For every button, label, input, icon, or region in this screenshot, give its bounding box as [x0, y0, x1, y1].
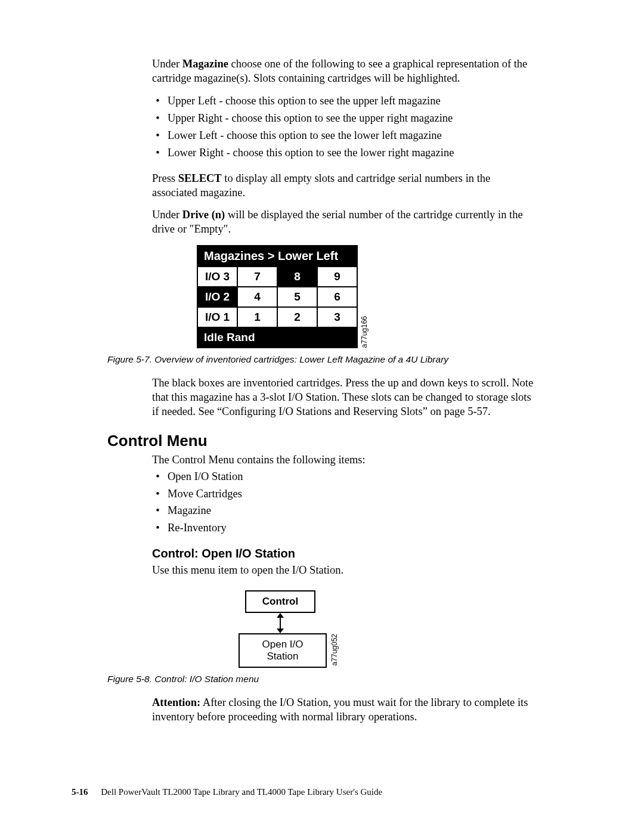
slot-cell: 5	[277, 287, 317, 307]
list-item: Re-Inventory	[165, 520, 537, 536]
double-arrow-icon	[277, 613, 284, 633]
page-number: 5-16	[72, 787, 88, 797]
io-cell: I/O 3	[197, 267, 237, 287]
list-item: Upper Right - choose this option to see …	[165, 110, 537, 126]
magazine-options-list: Upper Left - choose this option to see t…	[152, 93, 537, 160]
io-cell: I/O 1	[197, 307, 237, 327]
open-io-box: Open I/O Station	[239, 633, 327, 668]
list-item: Upper Left - choose this option to see t…	[165, 93, 537, 109]
figure-id-label: a77ug166	[360, 316, 369, 348]
slot-cell: 2	[277, 307, 317, 327]
table-row: I/O 2 4 5 6	[197, 287, 357, 307]
bold-text: SELECT	[178, 172, 222, 184]
text: Press	[152, 172, 178, 184]
attention-label: Attention:	[152, 696, 200, 708]
slot-cell: 7	[237, 267, 277, 287]
bold-text: Drive (n)	[182, 209, 225, 221]
page-content: Under Magazine choose one of the followi…	[0, 0, 644, 724]
bold-text: Magazine	[182, 58, 228, 70]
list-item: Lower Left - choose this option to see t…	[165, 128, 537, 144]
control-intro: The Control Menu contains the following …	[152, 453, 537, 467]
table-row: I/O 1 1 2 3	[197, 307, 357, 327]
control-box: Control	[245, 590, 315, 613]
text: Under	[152, 58, 182, 70]
slot-cell: 1	[237, 307, 277, 327]
slot-cell: 3	[317, 307, 357, 327]
list-item: Lower Right - choose this option to see …	[165, 145, 537, 161]
paragraph-blackboxes: The black boxes are inventoried cartridg…	[152, 376, 537, 419]
figure-5-8-caption: Figure 5-8. Control: I/O Station menu	[107, 674, 537, 685]
figure-5-7-caption: Figure 5-7. Overview of inventoried cart…	[107, 354, 537, 365]
attention-text: After closing the I/O Station, you must …	[152, 696, 528, 723]
figure-5-7: Magazines > Lower Left I/O 3 7 8 9 I/O 2…	[197, 245, 358, 348]
table-footer: Idle Rand	[197, 327, 357, 348]
control-open-io-heading: Control: Open I/O Station	[152, 547, 537, 561]
list-item: Move Cartridges	[165, 486, 537, 502]
control-items-list: Open I/O Station Move Cartridges Magazin…	[152, 469, 537, 536]
figure-5-8: Control Open I/O Station a77ug052	[227, 590, 334, 668]
page-footer: 5-16 Dell PowerVault TL2000 Tape Library…	[72, 787, 382, 797]
table-row: I/O 3 7 8 9	[197, 267, 357, 287]
io-cell-inventoried: I/O 2	[197, 287, 237, 307]
slot-cell: 4	[237, 287, 277, 307]
text: Under	[152, 209, 182, 221]
control-menu-heading: Control Menu	[107, 432, 537, 450]
paragraph-select: Press SELECT to display all empty slots …	[152, 171, 537, 200]
figure-id-label: a77ug052	[330, 634, 339, 665]
table-header: Magazines > Lower Left	[197, 246, 357, 267]
slot-cell: 9	[317, 267, 357, 287]
attention-paragraph: Attention: After closing the I/O Station…	[152, 695, 537, 724]
list-item: Open I/O Station	[165, 469, 537, 485]
list-item: Magazine	[165, 503, 537, 519]
paragraph-magazine: Under Magazine choose one of the followi…	[152, 57, 537, 85]
slot-cell-inventoried: 8	[277, 267, 317, 287]
magazine-table: Magazines > Lower Left I/O 3 7 8 9 I/O 2…	[197, 245, 358, 348]
paragraph-drive: Under Drive (n) will be displayed the se…	[152, 208, 537, 236]
document-title: Dell PowerVault TL2000 Tape Library and …	[101, 787, 382, 797]
slot-cell: 6	[317, 287, 357, 307]
control-open-io-text: Use this menu item to open the I/O Stati…	[152, 563, 537, 577]
